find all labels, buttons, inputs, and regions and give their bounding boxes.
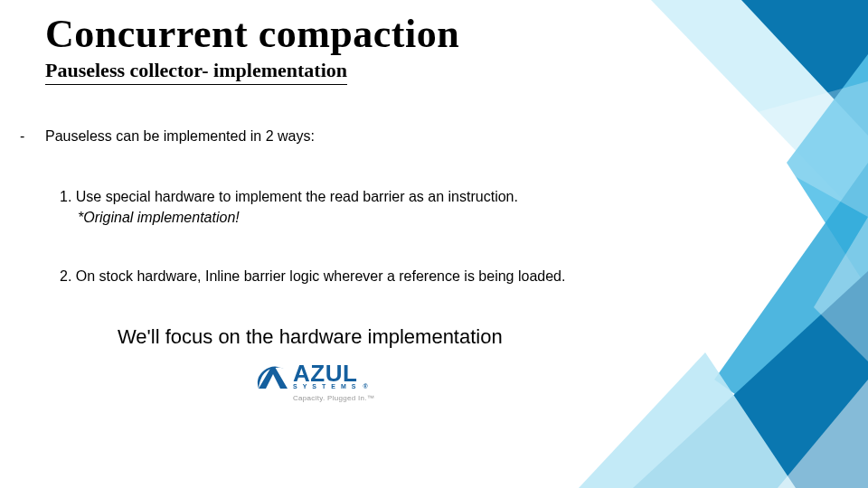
item-number: 2. — [60, 268, 71, 284]
bullet-dash-icon: - — [20, 128, 45, 145]
azul-logo: AZUL SYSTEMS ® Capacity. Plugged In.™ — [253, 361, 696, 402]
slide-subtitle: Pauseless collector- implementation — [45, 59, 347, 85]
logo-tagline: Capacity. Plugged In.™ — [293, 394, 696, 402]
registered-icon: ® — [363, 384, 367, 389]
intro-text: Pauseless can be implemented in 2 ways: — [45, 128, 315, 145]
focus-statement: We'll focus on the hardware implementati… — [118, 325, 696, 349]
item-number: 1. — [60, 189, 71, 204]
list-item: 2. On stock hardware, Inline barrier log… — [60, 266, 696, 286]
svg-marker-2 — [787, 54, 868, 289]
intro-bullet: - Pauseless can be implemented in 2 ways… — [20, 128, 696, 145]
svg-marker-1 — [741, 0, 868, 136]
logo-brand-text: AZUL — [293, 363, 368, 384]
list-item: 1. Use special hardware to implement the… — [60, 186, 696, 228]
item-text: On stock hardware, Inline barrier logic … — [76, 268, 566, 284]
azul-mark-icon — [253, 361, 289, 392]
item-text: Use special hardware to implement the re… — [76, 189, 518, 204]
slide-content: Concurrent compaction Pauseless collecto… — [0, 0, 741, 402]
slide-title: Concurrent compaction — [45, 11, 696, 57]
svg-marker-7 — [814, 217, 868, 361]
item-note: *Original implementation! — [78, 207, 696, 228]
logo-sub-text: SYSTEMS — [293, 384, 361, 389]
svg-marker-6 — [778, 380, 868, 488]
svg-marker-9 — [269, 381, 277, 389]
